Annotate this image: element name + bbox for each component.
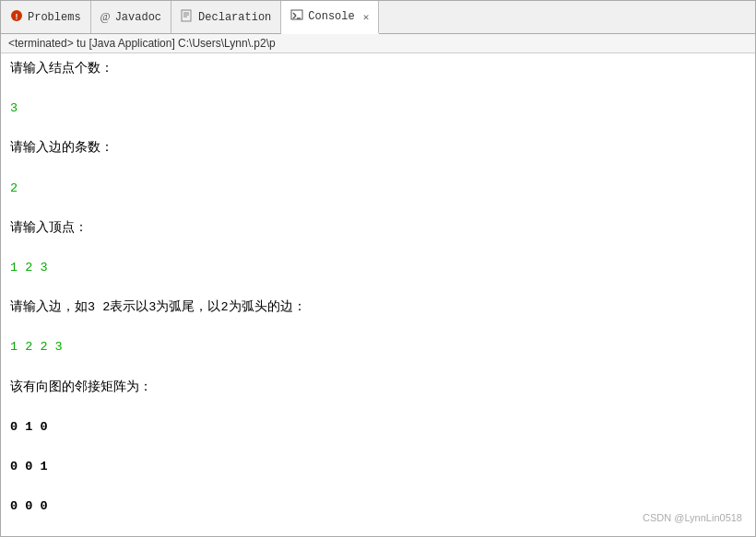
tab-problems[interactable]: ! Problems (1, 1, 91, 33)
tab-console[interactable]: Console ✕ (281, 1, 379, 34)
line-10: 0 1 0 (10, 417, 746, 438)
line-8: 1 2 2 3 (10, 337, 746, 357)
line-9: 该有向图的邻接矩阵为： (10, 378, 746, 398)
line-2: 3 (10, 99, 746, 119)
tab-problems-label: Problems (28, 11, 81, 24)
watermark: CSDN @LynnLin0518 (643, 510, 742, 527)
svg-rect-2 (182, 10, 191, 21)
status-text: <terminated> tu [Java Application] C:\Us… (8, 37, 276, 50)
line-3: 请输入边的条数： (10, 138, 746, 158)
line-12: 0 0 0 (10, 496, 746, 517)
tab-declaration-label: Declaration (198, 11, 271, 24)
eclipse-window: ! Problems @ Javadoc Declaration (0, 0, 756, 537)
tab-javadoc[interactable]: @ Javadoc (91, 1, 171, 33)
line-6: 1 2 3 (10, 258, 746, 278)
line-7: 请输入边，如3 2表示以3为弧尾，以2为弧头的边： (10, 298, 746, 318)
line-5: 请输入顶点： (10, 218, 746, 239)
tab-declaration[interactable]: Declaration (171, 1, 281, 33)
console-icon (290, 8, 303, 25)
declaration-icon (181, 9, 194, 26)
line-4: 2 (10, 179, 746, 199)
line-11: 0 0 1 (10, 457, 746, 477)
status-bar: <terminated> tu [Java Application] C:\Us… (1, 34, 755, 53)
tab-console-label: Console (308, 10, 354, 23)
line-1: 请输入结点个数： (10, 59, 746, 79)
tab-bar: ! Problems @ Javadoc Declaration (1, 1, 755, 34)
problems-icon: ! (10, 9, 23, 26)
console-content[interactable]: 请输入结点个数： 3 请输入边的条数： 2 请输入顶点： 1 2 3 请输入边，… (1, 53, 755, 536)
svg-text:!: ! (14, 13, 18, 22)
tab-console-close[interactable]: ✕ (363, 11, 370, 23)
svg-line-8 (293, 16, 296, 18)
tab-javadoc-label: Javadoc (115, 11, 161, 24)
javadoc-icon: @ (100, 10, 111, 24)
